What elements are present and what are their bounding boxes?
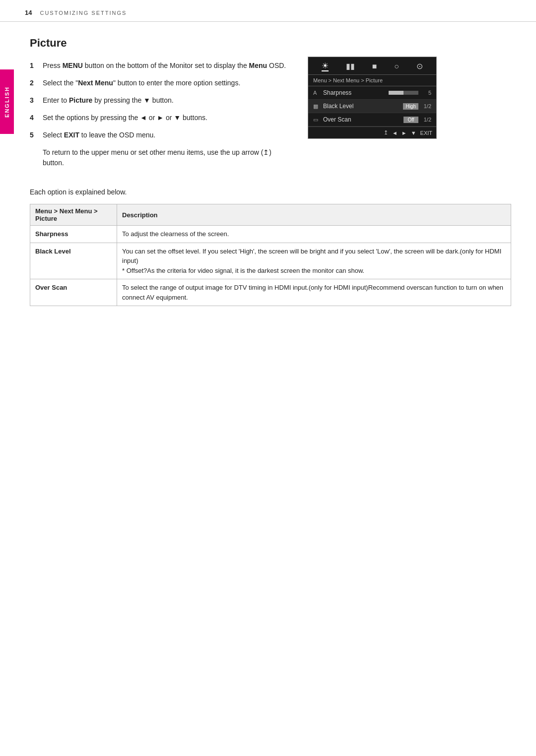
step-3: 3 Enter to Picture by pressing the ▼ but… [30, 95, 288, 106]
step-3-num: 3 [30, 95, 38, 106]
osd-icons-row: ☀ ▮▮ ■ ○ ⊙ [308, 57, 436, 75]
osd-footer-up: ↥ [384, 129, 388, 136]
osd-row-sharpness: A Sharpness 5 [308, 86, 436, 100]
osd-sharpness-value: 5 [421, 90, 431, 96]
step-1: 1 Press MENU button on the bottom of the… [30, 61, 288, 71]
step-2: 2 Select the "Next Menu" button to enter… [30, 78, 288, 88]
osd-icon-brightness: ☀ [322, 61, 329, 71]
osd-blacklevel-tag: High [403, 103, 418, 110]
sub-note: To return to the upper menu or set other… [43, 147, 288, 168]
english-tab-label: ENGLISH [4, 86, 10, 118]
osd-overscan-page: 1/2 [421, 117, 431, 123]
osd-icon-settings: ⊙ [416, 62, 423, 71]
col-header-menu: Menu > Next Menu > Picture [30, 204, 117, 226]
osd-overscan-label: Over Scan [323, 116, 401, 123]
osd-footer: ↥ ◄ ► ▼ EXIT [308, 126, 436, 138]
description-table: Menu > Next Menu > Picture Description S… [30, 204, 511, 306]
section-heading: Picture [30, 37, 288, 50]
step-2-num: 2 [30, 78, 38, 88]
step-4-text: Set the options by pressing the ◄ or ► o… [43, 113, 207, 123]
table-row: Over Scan To select the range of output … [30, 279, 511, 306]
osd-icon-color: ○ [394, 62, 399, 71]
english-tab: ENGLISH [0, 69, 14, 134]
steps-list: 1 Press MENU button on the bottom of the… [30, 61, 288, 140]
osd-row-overscan: ▭ Over Scan Off 1/2 [308, 113, 436, 126]
row-blacklevel-desc: You can set the offset level. If you sel… [117, 243, 511, 279]
step-5-text: Select EXIT to leave the OSD menu. [43, 130, 155, 140]
osd-sharpness-icon: A [313, 90, 320, 96]
osd-icon-contrast: ▮▮ [346, 62, 355, 71]
osd-footer-left: ◄ [392, 130, 398, 136]
section-title: CUSTOMIZING SETTINGS [40, 10, 127, 16]
page-number: 14 [25, 9, 32, 16]
step-1-num: 1 [30, 61, 38, 71]
osd-icon-picture: ■ [372, 62, 377, 71]
row-blacklevel-label: Black Level [30, 243, 117, 279]
step-1-text: Press MENU button on the bottom of the M… [43, 61, 286, 71]
table-header-row: Menu > Next Menu > Picture Description [30, 204, 511, 226]
osd-sharpness-fill [389, 91, 403, 95]
step-2-text: Select the "Next Menu" button to enter t… [43, 78, 240, 88]
row-overscan-label: Over Scan [30, 279, 117, 306]
main-content: Picture 1 Press MENU button on the botto… [0, 22, 536, 183]
step-5-num: 5 [30, 130, 38, 140]
osd-blacklevel-page: 1/2 [421, 103, 431, 109]
osd-overscan-tag: Off [403, 117, 418, 123]
osd-screenshot: ☀ ▮▮ ■ ○ ⊙ Menu > Next Menu > Picture A … [308, 57, 437, 139]
row-sharpness-desc: To adjust the clearness of the screen. [117, 226, 511, 243]
step-4: 4 Set the options by pressing the ◄ or ►… [30, 113, 288, 123]
intro-text: Each option is explained below. [30, 188, 511, 196]
osd-sharpness-label: Sharpness [323, 89, 386, 96]
osd-breadcrumb: Menu > Next Menu > Picture [308, 75, 436, 86]
step-3-text: Enter to Picture by pressing the ▼ butto… [43, 95, 174, 106]
step-4-num: 4 [30, 113, 38, 123]
row-sharpness-label: Sharpness [30, 226, 117, 243]
osd-blacklevel-label: Black Level [323, 103, 400, 110]
lower-section: Each option is explained below. Menu > N… [0, 183, 536, 321]
row-overscan-desc: To select the range of output image for … [117, 279, 511, 306]
osd-footer-right: ► [402, 130, 407, 136]
page-header: 14 CUSTOMIZING SETTINGS [0, 0, 536, 22]
step-5: 5 Select EXIT to leave the OSD menu. [30, 130, 288, 140]
table-row: Black Level You can set the offset level… [30, 243, 511, 279]
osd-footer-down: ▼ [411, 130, 416, 136]
osd-overscan-icon: ▭ [313, 117, 320, 123]
osd-footer-exit: EXIT [420, 130, 432, 136]
left-column: Picture 1 Press MENU button on the botto… [30, 37, 288, 168]
table-row: Sharpness To adjust the clearness of the… [30, 226, 511, 243]
osd-sharpness-bar [389, 91, 418, 95]
osd-row-blacklevel: ▩ Black Level High 1/2 [308, 100, 436, 113]
osd-blacklevel-icon: ▩ [313, 103, 320, 110]
col-header-desc: Description [117, 204, 511, 226]
